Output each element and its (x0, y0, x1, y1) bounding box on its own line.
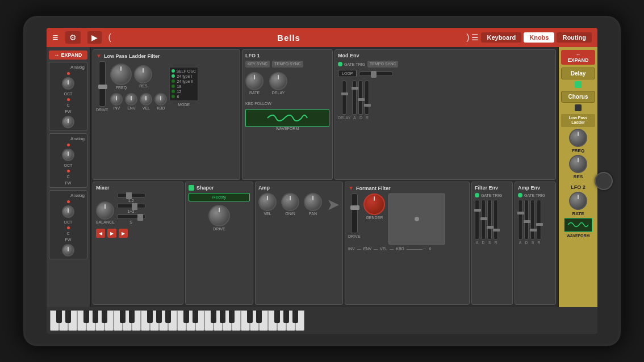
lfo1-rate-knob[interactable] (245, 72, 264, 90)
black-key[interactable] (102, 310, 107, 323)
play-button-3[interactable]: ▶ (119, 229, 128, 238)
formant-drive-slider[interactable] (351, 193, 358, 233)
black-key[interactable] (56, 310, 62, 323)
play-button-1[interactable]: ◀ (96, 229, 105, 238)
right-nav-arrow[interactable]: ) (466, 32, 469, 43)
mod-env-r-fader[interactable] (365, 81, 369, 115)
black-key[interactable] (211, 310, 216, 323)
tab-keyboard[interactable]: Keyboard (481, 32, 521, 43)
tab-routing[interactable]: Routing (557, 32, 592, 43)
mixer-balance-knob[interactable] (96, 201, 114, 220)
osc2-knob[interactable] (62, 149, 74, 161)
filter-env-d-fader[interactable] (481, 200, 486, 239)
mode-18[interactable]: 18 (172, 85, 196, 89)
black-key[interactable] (256, 310, 262, 323)
amp-on-knob[interactable] (281, 193, 299, 211)
lfo1-delay-knob[interactable] (269, 72, 287, 90)
loop-button[interactable]: LOOP (338, 70, 357, 77)
lfo2-label: LFO 2 (571, 184, 586, 190)
lpf-inv-knob[interactable] (110, 93, 123, 106)
mod-env-d-fader[interactable] (358, 81, 363, 115)
black-key[interactable] (93, 310, 98, 323)
play-icon[interactable]: ▶ (87, 31, 102, 44)
right-freq-knob[interactable] (569, 129, 587, 147)
mod-env-a-slider: A (352, 81, 357, 120)
amp-env-s-fader[interactable] (530, 200, 535, 239)
black-key[interactable] (193, 310, 198, 323)
mode-12[interactable]: 12 (172, 90, 196, 94)
key-sync-button[interactable]: KEY SYNC (245, 61, 270, 68)
right-expand-button[interactable]: ↔ EXPAND (561, 50, 595, 65)
mod-env-a-fader[interactable] (352, 81, 357, 115)
amp-pan-knob[interactable] (304, 193, 322, 211)
shaper-panel: Shaper Rectify DRIVE (185, 182, 253, 305)
amp-env-a-fader[interactable] (518, 200, 522, 239)
tab-knobs[interactable]: Knobs (524, 32, 554, 43)
lpf-collapse-arrow[interactable]: ▼ (96, 53, 102, 59)
black-key[interactable] (129, 310, 135, 323)
lpf-vel-knob[interactable] (140, 93, 152, 106)
amp-env-r-fader[interactable] (537, 200, 541, 239)
amp-vel-group: VEL (258, 193, 277, 216)
osc3-fw-knob[interactable] (62, 244, 74, 256)
osc1-knob[interactable] (62, 77, 74, 90)
mod-env-delay-fader[interactable] (342, 81, 346, 115)
left-expand-button[interactable]: ↔ EXPAND (49, 50, 87, 60)
mode-24ti[interactable]: 24 type I (172, 74, 196, 78)
osc1-fw-knob[interactable] (62, 116, 74, 128)
formant-gender-knob[interactable] (363, 193, 385, 215)
lpf-res-knob[interactable] (134, 65, 152, 83)
mixer-fader-1p2-track[interactable] (117, 204, 145, 208)
filter-env-s-fader[interactable] (487, 200, 492, 239)
filter-env-a-fader[interactable] (475, 200, 479, 239)
mode-6[interactable]: 6 (172, 95, 196, 99)
lfo2-waveform-display (564, 218, 592, 232)
lpf-freq-knob[interactable] (110, 64, 132, 85)
filter-env-r-fader[interactable] (494, 200, 498, 239)
black-key[interactable] (229, 310, 235, 323)
black-key[interactable] (120, 310, 126, 323)
play-button-2[interactable]: ▶ (107, 229, 116, 238)
mixer-1p2-label: 1+2 (128, 209, 135, 213)
black-key[interactable] (283, 310, 289, 323)
formant-collapse-arrow[interactable]: ▼ (348, 185, 354, 191)
black-key[interactable] (83, 310, 89, 323)
main-content: ↔ EXPAND Analog OCT C FW Analog (47, 47, 597, 307)
shaper-mode-display[interactable]: Rectify (189, 193, 250, 201)
home-button[interactable] (595, 172, 613, 190)
tempo-sync-button[interactable]: TEMPO SYNC (272, 61, 303, 68)
black-key[interactable] (165, 310, 171, 323)
black-key[interactable] (292, 310, 298, 323)
lpf-drive-section: DRIVE (96, 61, 108, 112)
black-key[interactable] (274, 310, 280, 323)
black-key[interactable] (156, 310, 162, 323)
menu-icon[interactable]: ☰ (471, 33, 479, 42)
loop-slider[interactable] (359, 71, 393, 76)
black-key[interactable] (183, 310, 189, 323)
shaper-drive-knob[interactable] (208, 205, 230, 226)
lpf-drive-slider[interactable] (99, 61, 106, 107)
right-freq-label: FREQ (572, 148, 584, 153)
bottom-row: Mixer BALANCE 1 (93, 182, 556, 305)
black-key[interactable] (65, 310, 71, 323)
formant-xy-pad[interactable] (388, 193, 445, 245)
osc3-knob[interactable] (62, 205, 74, 218)
black-key[interactable] (247, 310, 253, 323)
black-key[interactable] (220, 310, 225, 323)
right-res-knob[interactable] (569, 155, 587, 173)
left-nav-arrow[interactable]: ( (108, 32, 111, 43)
amp-env-d-fader[interactable] (524, 200, 529, 239)
lpf-kbd-knob[interactable] (154, 93, 167, 106)
lfo2-rate-knob[interactable] (569, 192, 587, 210)
delay-button[interactable]: Delay (561, 68, 595, 79)
mode-24tii[interactable]: 24 type II (172, 79, 196, 83)
mixer-fader-s-track[interactable] (117, 214, 145, 219)
chorus-button[interactable]: Chorus (561, 91, 595, 103)
black-key[interactable] (147, 310, 153, 323)
lpf-env-knob[interactable] (125, 93, 137, 106)
mod-env-tempo-sync[interactable]: TEMPO SYNC (367, 61, 398, 68)
amp-vel-knob[interactable] (258, 193, 277, 211)
mixer-fader-12-track[interactable] (117, 193, 145, 197)
formant-x-label: X (429, 247, 432, 251)
gear-icon[interactable]: ⚙ (65, 31, 81, 44)
